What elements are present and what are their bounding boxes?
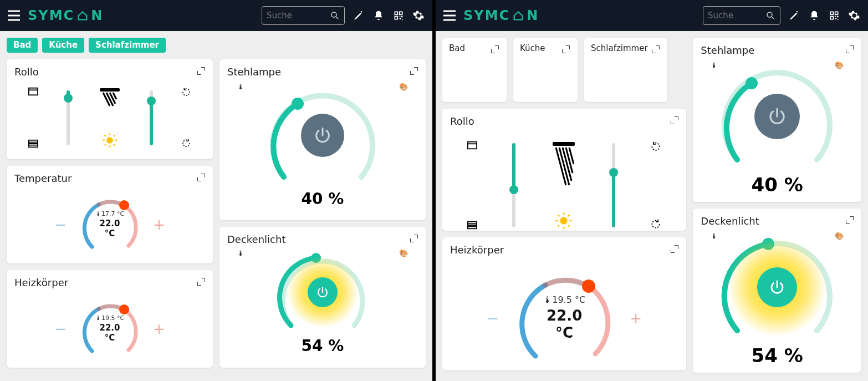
rotate-ccw-icon[interactable]: [650, 141, 661, 152]
expand-button[interactable]: [410, 67, 418, 75]
minus-button[interactable]: −: [54, 217, 67, 232]
card-temperatur: Temperatur − 🌡17.7 °C: [7, 166, 213, 263]
qr-button[interactable]: [828, 9, 840, 22]
svg-rect-10: [468, 142, 477, 149]
settings-button[interactable]: [412, 9, 425, 22]
minus-button[interactable]: −: [54, 322, 67, 336]
card-title: Heizkörper: [450, 245, 678, 255]
expand-button[interactable]: [846, 45, 854, 53]
shade-slider[interactable]: [512, 143, 515, 227]
left-pane: SYMC N Bad Küche Schlafzimmer Rollo: [0, 0, 432, 381]
room-card-schlafzimmer[interactable]: Schlafzimmer: [584, 38, 667, 102]
temp-setpoint: 22.0 °C: [537, 307, 592, 342]
expand-button[interactable]: [410, 235, 418, 242]
right-content: Bad Küche Schlafzimmer Rollo: [436, 31, 868, 379]
blind-open-icon: [467, 141, 477, 150]
brightness-gauge[interactable]: [275, 249, 370, 335]
svg-rect-1: [29, 88, 38, 95]
search-input[interactable]: [267, 11, 330, 21]
room-cards: Bad Küche Schlafzimmer: [442, 38, 686, 102]
palette-icon[interactable]: 🎨: [399, 249, 408, 257]
svg-point-7: [292, 98, 304, 110]
power-button[interactable]: [308, 277, 338, 307]
card-heizkoerper: Heizkörper − 🌡19.5 °C: [7, 270, 213, 368]
temp-setpoint: 22.0 °C: [93, 219, 126, 239]
pill-bad[interactable]: Bad: [7, 38, 38, 53]
power-button[interactable]: [301, 114, 344, 157]
rotate-ccw-icon[interactable]: [181, 87, 191, 97]
plus-button[interactable]: +: [153, 322, 165, 336]
temp-current: 🌡17.7 °C: [93, 210, 126, 217]
left-content: Bad Küche Schlafzimmer Rollo: [0, 31, 432, 374]
power-button[interactable]: [757, 267, 797, 307]
brand-logo: SYMC N: [28, 9, 103, 22]
svg-rect-3: [100, 88, 120, 92]
card-title: Stehlampe: [227, 67, 418, 77]
svg-point-0: [331, 12, 336, 17]
expand-button[interactable]: [671, 116, 678, 124]
settings-button[interactable]: [848, 9, 860, 22]
header: SYMC N: [0, 0, 432, 31]
card-title: Heizkörper: [14, 278, 205, 288]
rotate-cw-icon[interactable]: [650, 219, 661, 230]
card-title: Rollo: [14, 67, 205, 77]
menu-button[interactable]: [8, 9, 20, 22]
qr-button[interactable]: [392, 9, 405, 22]
room-pills: Bad Küche Schlafzimmer: [7, 38, 426, 53]
notifications-button[interactable]: [372, 9, 385, 22]
rotate-cw-icon[interactable]: [181, 138, 191, 148]
blind-closed-icon: [467, 221, 477, 230]
power-button[interactable]: [754, 94, 800, 139]
room-card-bad[interactable]: Bad: [442, 38, 507, 102]
thermometer-icon: 🌡: [237, 83, 244, 91]
svg-rect-12: [553, 142, 575, 146]
search-box[interactable]: [262, 6, 345, 25]
search-input[interactable]: [708, 11, 765, 21]
expand-button[interactable]: [652, 45, 660, 53]
palette-icon[interactable]: 🎨: [399, 83, 408, 91]
temp-gauge[interactable]: 🌡17.7 °C 22.0 °C: [76, 191, 143, 258]
edit-button[interactable]: [788, 9, 800, 22]
card-heizkoerper: Heizkörper − 🌡19.5 °C: [442, 237, 686, 370]
sun-slider[interactable]: [150, 90, 153, 145]
menu-button[interactable]: [443, 9, 456, 22]
room-card-kueche[interactable]: Küche: [513, 38, 578, 102]
expand-button[interactable]: [491, 45, 499, 53]
expand-button[interactable]: [846, 216, 854, 224]
svg-point-4: [106, 137, 113, 144]
search-icon: [765, 11, 775, 21]
temp-setpoint: 22.0 °C: [93, 323, 126, 343]
sun-slider[interactable]: [612, 143, 615, 227]
card-title: Deckenlicht: [701, 216, 854, 226]
edit-button[interactable]: [353, 9, 365, 22]
expand-button[interactable]: [562, 45, 570, 53]
brightness-gauge[interactable]: [716, 61, 838, 172]
temp-gauge[interactable]: 🌡19.5 °C 22.0 °C: [76, 296, 143, 362]
notifications-button[interactable]: [808, 9, 820, 22]
brightness-gauge[interactable]: [264, 83, 381, 188]
expand-button[interactable]: [197, 67, 205, 75]
awning-icon: [550, 141, 577, 187]
right-pane: SYMC N Bad Küche Schlafzimmer Rollo: [432, 0, 868, 381]
plus-button[interactable]: +: [153, 217, 165, 232]
shade-slider[interactable]: [67, 90, 70, 145]
expand-button[interactable]: [197, 174, 205, 181]
card-stehlampe: Stehlampe 🌡🎨: [219, 59, 426, 220]
thermometer-icon: 🌡: [237, 249, 244, 257]
expand-button[interactable]: [197, 278, 205, 286]
blind-open-icon: [28, 87, 38, 96]
search-icon: [330, 11, 340, 21]
svg-point-14: [582, 280, 595, 293]
sun-icon: [555, 212, 573, 230]
minus-button[interactable]: −: [487, 311, 499, 326]
card-deckenlicht: Deckenlicht 🌡🎨: [219, 227, 426, 368]
plus-button[interactable]: +: [630, 311, 642, 326]
pill-kueche[interactable]: Küche: [42, 38, 84, 53]
expand-button[interactable]: [671, 245, 678, 253]
search-box[interactable]: [703, 6, 780, 25]
temp-gauge[interactable]: 🌡19.5 °C 22.0 °C: [509, 263, 620, 374]
card-stehlampe: Stehlampe 🌡🎨: [693, 38, 861, 202]
temp-current: 🌡19.5 °C: [537, 294, 592, 305]
pill-schlafzimmer[interactable]: Schlafzimmer: [89, 38, 166, 53]
brightness-gauge[interactable]: [716, 232, 838, 343]
